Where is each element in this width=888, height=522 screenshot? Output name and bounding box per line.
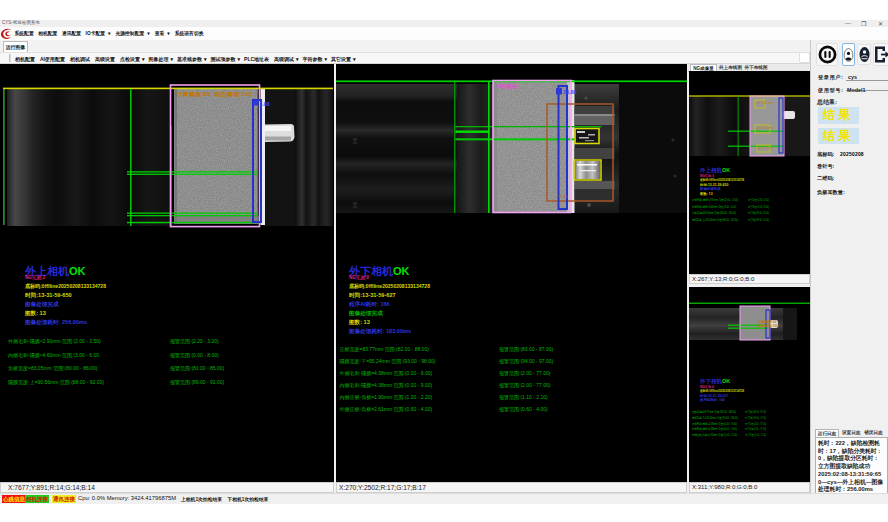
svg-text:底标码:0ffIIine20250208133134728: 底标码:0ffIIine20250208133134728 xyxy=(699,177,744,182)
svg-text:报警范围:(94.00 - 97.00): 报警范围:(94.00 - 97.00) xyxy=(745,416,766,420)
svg-text:缺F:0.21 mm²: 缺F:0.21 mm² xyxy=(756,101,774,105)
svg-text:报警范围:(2.00 - 77.00): 报警范围:(2.00 - 77.00) xyxy=(745,422,766,426)
svg-text:报警范围:(1.10 - 2.10): 报警范围:(1.10 - 2.10) xyxy=(745,433,766,437)
svg-text:3.88: 3.88 xyxy=(260,101,270,107)
svg-text:底标码:0ffIIine20250208133134728: 底标码:0ffIIine20250208133134728 xyxy=(699,388,744,393)
svg-text:外侧正极-负极=2.61mm 范围:(0.60 - 4.00: 外侧正极-负极=2.61mm 范围:(0.60 - 4.00) xyxy=(340,406,433,413)
svg-text:报警范围:(94.00 - 97.00): 报警范围:(94.00 - 97.00) xyxy=(499,358,554,365)
svg-text:报警范围:(2.20 - 3.20): 报警范围:(2.20 - 3.20) xyxy=(748,198,769,202)
svg-text:报警范围:(2.00 - 77.00): 报警范围:(2.00 - 77.00) xyxy=(499,382,551,389)
svg-text:NG汇总:1: NG汇总:1 xyxy=(700,174,714,178)
svg-text:内侧正极-负极=1.90mm 范围:(1.00 - 2.20: 内侧正极-负极=1.90mm 范围:(1.00 - 2.20) xyxy=(340,394,433,401)
svg-text:报警范围:(83.00 - 87.00): 报警范围:(83.00 - 87.00) xyxy=(745,410,766,414)
svg-text:隔膜宽度-上=90.56mm 范围:(88.00 - 92.: 隔膜宽度-上=90.56mm 范围:(88.00 - 92.00) xyxy=(8,379,104,386)
svg-text:报警范围:(2.00 - 77.00): 报警范围:(2.00 - 77.00) xyxy=(745,427,766,431)
svg-text:图像处理耗时: 183.00ms: 图像处理耗时: 183.00ms xyxy=(349,328,411,335)
svg-text:图数: 13: 图数: 13 xyxy=(700,191,713,196)
svg-text:时间:13-31-59-627: 时间:13-31-59-627 xyxy=(349,292,396,299)
svg-text:隔膜宽度-下=95.24mm 范围:(93.00 - 98.: 隔膜宽度-下=95.24mm 范围:(93.00 - 98.00) xyxy=(692,416,738,420)
svg-text:缺F:0.15 mm²: 缺F:0.15 mm² xyxy=(756,126,774,130)
svg-text:NG汇总:0: NG汇总:0 xyxy=(700,385,714,389)
svg-text:SL91: SL91 xyxy=(558,194,568,199)
svg-text:负极宽度=83.05mm 范围:(80.00 - 86.00: 负极宽度=83.05mm 范围:(80.00 - 86.00) xyxy=(692,211,736,215)
svg-text:报警范围:(81.00 - 85.00): 报警范围:(81.00 - 85.00) xyxy=(170,365,225,372)
svg-text:程序AI耗时: 166: 程序AI耗时: 166 xyxy=(699,398,725,402)
svg-text:报警范围:(0.60 - 4.00): 报警范围:(0.60 - 4.00) xyxy=(499,406,548,413)
svg-text:NG汇总:0: NG汇总:0 xyxy=(349,275,370,281)
svg-text:时间:13-31-59-650: 时间:13-31-59-650 xyxy=(25,292,72,299)
svg-text:23.88: 23.88 xyxy=(563,89,577,95)
svg-text:正极宽度=83.77mm 范围:(82.00 - 88.00: 正极宽度=83.77mm 范围:(82.00 - 88.00) xyxy=(340,346,430,353)
svg-text:底标码:0ffIIine20250208133134728: 底标码:0ffIIine20250208133134728 xyxy=(348,283,430,290)
svg-text:正极宽度=83.77mm 范围:(82.00 - 88.00: 正极宽度=83.77mm 范围:(82.00 - 88.00) xyxy=(692,410,736,414)
svg-text:外侧毛刺-隔膜<2.91mm 范围:(2.00 - 3.50: 外侧毛刺-隔膜<2.91mm 范围:(2.00 - 3.50) xyxy=(8,338,101,345)
svg-text:报警范围:(81.00 - 85.00): 报警范围:(81.00 - 85.00) xyxy=(748,211,769,215)
svg-text:外侧毛刺-隔膜<2.91mm 范围:(2.00 - 3.50: 外侧毛刺-隔膜<2.91mm 范围:(2.00 - 3.50) xyxy=(692,198,738,202)
svg-text:报警范围:(0.00 - 8.00): 报警范围:(0.00 - 8.00) xyxy=(748,205,769,209)
svg-text:图像处理完成: 图像处理完成 xyxy=(349,310,383,317)
svg-text:内侧毛刺-隔膜=4.38mm 范围:(0.00 - 9.00: 内侧毛刺-隔膜=4.38mm 范围:(0.00 - 9.00) xyxy=(340,382,433,389)
svg-text:报警范围:(89.00 - 91.00): 报警范围:(89.00 - 91.00) xyxy=(748,218,769,222)
svg-text:图像处理完成: 图像处理完成 xyxy=(700,186,721,191)
svg-text:报警范围:(0.00 - 8.00): 报警范围:(0.00 - 8.00) xyxy=(170,352,219,359)
svg-text:报警范围:(83.00 - 87.00): 报警范围:(83.00 - 87.00) xyxy=(499,346,554,353)
svg-text:内侧毛刺-隔膜=4.38mm 范围:(0.00 - 9.00: 内侧毛刺-隔膜=4.38mm 范围:(0.00 - 9.00) xyxy=(692,427,737,431)
svg-text:报警范围:(1.10 - 2.10): 报警范围:(1.10 - 2.10) xyxy=(499,394,548,401)
svg-text:时间:13-31-59-627: 时间:13-31-59-627 xyxy=(700,394,728,398)
svg-text:AI检测框: AI检测框 xyxy=(496,83,518,90)
svg-text:程序AI耗时: 166: 程序AI耗时: 166 xyxy=(348,301,390,308)
svg-text:时间:13-31-59-650: 时间:13-31-59-650 xyxy=(700,183,728,187)
svg-text:底标码:0ffIIine20250208133134728: 底标码:0ffIIine20250208133134728 xyxy=(24,283,106,290)
svg-text:外侧毛刺-隔膜=4.38mm 范围:(0.00 - 9.00: 外侧毛刺-隔膜=4.38mm 范围:(0.00 - 9.00) xyxy=(692,422,737,426)
svg-text:内侧正极-负极=1.90mm 范围:(1.00 - 2.20: 内侧正极-负极=1.90mm 范围:(1.00 - 2.20) xyxy=(692,433,737,437)
svg-text:内侧毛刺-隔膜<4.60mm 范围:(3.00 - 6.00: 内侧毛刺-隔膜<4.60mm 范围:(3.00 - 6.00 xyxy=(8,352,99,359)
svg-text:图数: 13: 图数: 13 xyxy=(25,310,46,317)
svg-text:报警范围:(2.20 - 3.20): 报警范围:(2.20 - 3.20) xyxy=(170,338,219,345)
svg-text:负极宽度=83.05mm 范围:(80.00 - 86.00: 负极宽度=83.05mm 范围:(80.00 - 86.00) xyxy=(8,365,98,372)
svg-text:隔膜宽度-上=90.56mm 范围:(88.00 - 92.: 隔膜宽度-上=90.56mm 范围:(88.00 - 92.00) xyxy=(692,218,738,222)
svg-text:缺F:0.11 mm²: 缺F:0.11 mm² xyxy=(757,146,775,150)
svg-text:NG汇总:1: NG汇总:1 xyxy=(25,275,46,281)
svg-text:图像处理耗时: 256.00ms: 图像处理耗时: 256.00ms xyxy=(25,319,87,326)
svg-text:隔膜宽度-下=95.24mm 范围:(93.00 - 98.: 隔膜宽度-下=95.24mm 范围:(93.00 - 98.00) xyxy=(340,358,436,365)
svg-text:计算阈值:93, 动态阈值:100: 计算阈值:93, 动态阈值:100 xyxy=(176,91,252,98)
svg-text:报警范围:(2.00 - 77.00): 报警范围:(2.00 - 77.00) xyxy=(499,370,551,377)
svg-text:图数: 13: 图数: 13 xyxy=(349,319,370,326)
svg-text:外侧毛刺-隔膜=4.38mm 范围:(0.00 - 9.00: 外侧毛刺-隔膜=4.38mm 范围:(0.00 - 9.00) xyxy=(340,370,433,377)
svg-text:内侧毛刺-隔膜<4.60mm 范围:(3.00 - 6.00: 内侧毛刺-隔膜<4.60mm 范围:(3.00 - 6.00 xyxy=(692,205,736,209)
svg-text:图像处理完成: 图像处理完成 xyxy=(25,301,59,308)
svg-text:报警范围:(89.00 - 91.00): 报警范围:(89.00 - 91.00) xyxy=(170,379,225,386)
svg-text:动态阈值:100: 动态阈值:100 xyxy=(757,324,778,328)
